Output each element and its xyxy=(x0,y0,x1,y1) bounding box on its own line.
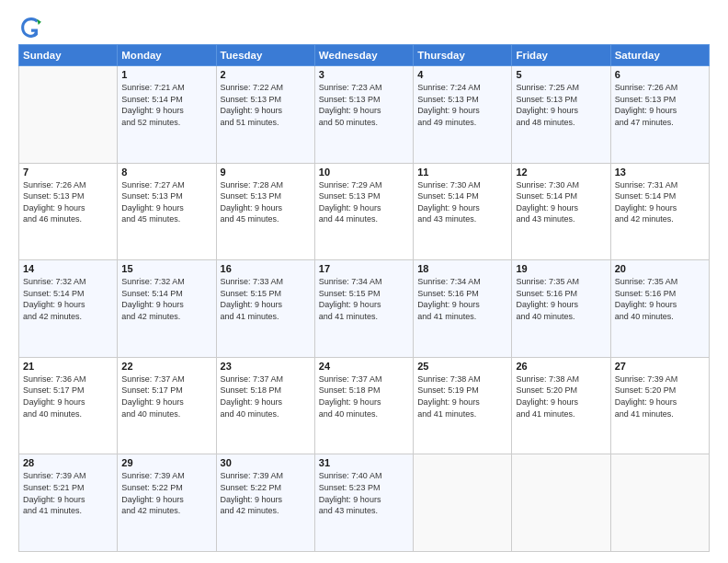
weekday-header-friday: Friday xyxy=(512,45,610,66)
day-number: 17 xyxy=(319,263,409,274)
calendar-cell: 13Sunrise: 7:31 AM Sunset: 5:14 PM Dayli… xyxy=(610,163,709,260)
day-info: Sunrise: 7:40 AM Sunset: 5:23 PM Dayligh… xyxy=(319,470,409,516)
day-info: Sunrise: 7:39 AM Sunset: 5:20 PM Dayligh… xyxy=(615,373,705,419)
calendar-cell: 14Sunrise: 7:32 AM Sunset: 5:14 PM Dayli… xyxy=(19,260,118,358)
calendar-cell: 20Sunrise: 7:35 AM Sunset: 5:16 PM Dayli… xyxy=(610,260,709,358)
day-info: Sunrise: 7:26 AM Sunset: 5:13 PM Dayligh… xyxy=(23,179,113,225)
day-info: Sunrise: 7:30 AM Sunset: 5:14 PM Dayligh… xyxy=(417,179,507,225)
day-number: 19 xyxy=(516,263,606,274)
day-number: 24 xyxy=(319,361,409,372)
day-number: 4 xyxy=(417,69,507,80)
weekday-header-monday: Monday xyxy=(118,45,216,66)
day-number: 25 xyxy=(417,361,507,372)
page: SundayMondayTuesdayWednesdayThursdayFrid… xyxy=(0,0,728,563)
day-number: 13 xyxy=(615,167,705,178)
day-info: Sunrise: 7:28 AM Sunset: 5:13 PM Dayligh… xyxy=(221,179,311,225)
day-number: 23 xyxy=(221,361,311,372)
day-number: 6 xyxy=(615,69,705,80)
calendar-cell: 24Sunrise: 7:37 AM Sunset: 5:18 PM Dayli… xyxy=(314,357,413,454)
day-number: 11 xyxy=(417,167,507,178)
calendar-cell: 5Sunrise: 7:25 AM Sunset: 5:13 PM Daylig… xyxy=(512,66,610,164)
day-info: Sunrise: 7:30 AM Sunset: 5:14 PM Dayligh… xyxy=(516,179,606,225)
calendar-cell: 2Sunrise: 7:22 AM Sunset: 5:13 PM Daylig… xyxy=(216,66,314,164)
calendar-cell xyxy=(414,454,512,552)
day-info: Sunrise: 7:29 AM Sunset: 5:13 PM Dayligh… xyxy=(319,179,409,225)
calendar-cell xyxy=(512,454,610,552)
calendar-cell: 7Sunrise: 7:26 AM Sunset: 5:13 PM Daylig… xyxy=(19,163,118,260)
day-info: Sunrise: 7:27 AM Sunset: 5:13 PM Dayligh… xyxy=(121,179,211,225)
calendar-table: SundayMondayTuesdayWednesdayThursdayFrid… xyxy=(18,44,710,552)
day-number: 26 xyxy=(516,361,606,372)
calendar-week-2: 7Sunrise: 7:26 AM Sunset: 5:13 PM Daylig… xyxy=(19,163,710,260)
calendar-cell: 17Sunrise: 7:34 AM Sunset: 5:15 PM Dayli… xyxy=(314,260,413,358)
day-number: 1 xyxy=(121,69,211,80)
day-number: 9 xyxy=(221,167,311,178)
calendar-cell: 22Sunrise: 7:37 AM Sunset: 5:17 PM Dayli… xyxy=(118,357,216,454)
calendar-cell: 9Sunrise: 7:28 AM Sunset: 5:13 PM Daylig… xyxy=(216,163,314,260)
weekday-header-row: SundayMondayTuesdayWednesdayThursdayFrid… xyxy=(19,45,710,66)
day-number: 3 xyxy=(319,69,409,80)
logo-icon xyxy=(18,15,44,40)
weekday-header-saturday: Saturday xyxy=(610,45,709,66)
calendar-cell: 26Sunrise: 7:38 AM Sunset: 5:20 PM Dayli… xyxy=(512,357,610,454)
day-number: 15 xyxy=(121,263,211,274)
day-number: 31 xyxy=(319,457,409,468)
day-info: Sunrise: 7:33 AM Sunset: 5:15 PM Dayligh… xyxy=(221,276,311,322)
calendar-header: SundayMondayTuesdayWednesdayThursdayFrid… xyxy=(19,45,710,66)
day-info: Sunrise: 7:34 AM Sunset: 5:16 PM Dayligh… xyxy=(417,276,507,322)
day-info: Sunrise: 7:25 AM Sunset: 5:13 PM Dayligh… xyxy=(516,82,606,128)
day-number: 14 xyxy=(23,263,113,274)
calendar-cell: 6Sunrise: 7:26 AM Sunset: 5:13 PM Daylig… xyxy=(610,66,709,164)
day-info: Sunrise: 7:35 AM Sunset: 5:16 PM Dayligh… xyxy=(615,276,705,322)
calendar-cell: 16Sunrise: 7:33 AM Sunset: 5:15 PM Dayli… xyxy=(216,260,314,358)
calendar-week-3: 14Sunrise: 7:32 AM Sunset: 5:14 PM Dayli… xyxy=(19,260,710,358)
day-number: 7 xyxy=(23,167,113,178)
day-info: Sunrise: 7:24 AM Sunset: 5:13 PM Dayligh… xyxy=(417,82,507,128)
day-info: Sunrise: 7:31 AM Sunset: 5:14 PM Dayligh… xyxy=(615,179,705,225)
weekday-header-tuesday: Tuesday xyxy=(216,45,314,66)
weekday-header-thursday: Thursday xyxy=(414,45,512,66)
calendar-week-4: 21Sunrise: 7:36 AM Sunset: 5:17 PM Dayli… xyxy=(19,357,710,454)
day-number: 22 xyxy=(121,361,211,372)
day-info: Sunrise: 7:34 AM Sunset: 5:15 PM Dayligh… xyxy=(319,276,409,322)
day-number: 10 xyxy=(319,167,409,178)
logo xyxy=(18,15,48,40)
day-info: Sunrise: 7:23 AM Sunset: 5:13 PM Dayligh… xyxy=(319,82,409,128)
weekday-header-wednesday: Wednesday xyxy=(314,45,413,66)
calendar-cell: 25Sunrise: 7:38 AM Sunset: 5:19 PM Dayli… xyxy=(414,357,512,454)
calendar-cell: 31Sunrise: 7:40 AM Sunset: 5:23 PM Dayli… xyxy=(314,454,413,552)
day-info: Sunrise: 7:36 AM Sunset: 5:17 PM Dayligh… xyxy=(23,373,113,419)
calendar-week-5: 28Sunrise: 7:39 AM Sunset: 5:21 PM Dayli… xyxy=(19,454,710,552)
calendar-cell xyxy=(610,454,709,552)
calendar-cell: 3Sunrise: 7:23 AM Sunset: 5:13 PM Daylig… xyxy=(314,66,413,164)
day-info: Sunrise: 7:39 AM Sunset: 5:22 PM Dayligh… xyxy=(221,470,311,516)
header xyxy=(18,15,710,40)
day-number: 28 xyxy=(23,457,113,468)
calendar-cell: 1Sunrise: 7:21 AM Sunset: 5:14 PM Daylig… xyxy=(118,66,216,164)
day-info: Sunrise: 7:38 AM Sunset: 5:19 PM Dayligh… xyxy=(417,373,507,419)
calendar-cell: 10Sunrise: 7:29 AM Sunset: 5:13 PM Dayli… xyxy=(314,163,413,260)
day-number: 8 xyxy=(121,167,211,178)
calendar-body: 1Sunrise: 7:21 AM Sunset: 5:14 PM Daylig… xyxy=(19,66,710,552)
day-info: Sunrise: 7:37 AM Sunset: 5:18 PM Dayligh… xyxy=(319,373,409,419)
day-number: 2 xyxy=(221,69,311,80)
day-info: Sunrise: 7:35 AM Sunset: 5:16 PM Dayligh… xyxy=(516,276,606,322)
calendar-cell: 19Sunrise: 7:35 AM Sunset: 5:16 PM Dayli… xyxy=(512,260,610,358)
calendar-cell: 28Sunrise: 7:39 AM Sunset: 5:21 PM Dayli… xyxy=(19,454,118,552)
day-number: 29 xyxy=(121,457,211,468)
day-info: Sunrise: 7:26 AM Sunset: 5:13 PM Dayligh… xyxy=(615,82,705,128)
calendar-cell: 27Sunrise: 7:39 AM Sunset: 5:20 PM Dayli… xyxy=(610,357,709,454)
day-info: Sunrise: 7:39 AM Sunset: 5:21 PM Dayligh… xyxy=(23,470,113,516)
calendar-cell: 15Sunrise: 7:32 AM Sunset: 5:14 PM Dayli… xyxy=(118,260,216,358)
calendar-cell: 29Sunrise: 7:39 AM Sunset: 5:22 PM Dayli… xyxy=(118,454,216,552)
day-info: Sunrise: 7:39 AM Sunset: 5:22 PM Dayligh… xyxy=(121,470,211,516)
day-info: Sunrise: 7:38 AM Sunset: 5:20 PM Dayligh… xyxy=(516,373,606,419)
day-info: Sunrise: 7:22 AM Sunset: 5:13 PM Dayligh… xyxy=(221,82,311,128)
weekday-header-sunday: Sunday xyxy=(19,45,118,66)
calendar-cell: 8Sunrise: 7:27 AM Sunset: 5:13 PM Daylig… xyxy=(118,163,216,260)
day-info: Sunrise: 7:32 AM Sunset: 5:14 PM Dayligh… xyxy=(121,276,211,322)
day-number: 18 xyxy=(417,263,507,274)
day-number: 5 xyxy=(516,69,606,80)
calendar-cell: 18Sunrise: 7:34 AM Sunset: 5:16 PM Dayli… xyxy=(414,260,512,358)
day-info: Sunrise: 7:32 AM Sunset: 5:14 PM Dayligh… xyxy=(23,276,113,322)
